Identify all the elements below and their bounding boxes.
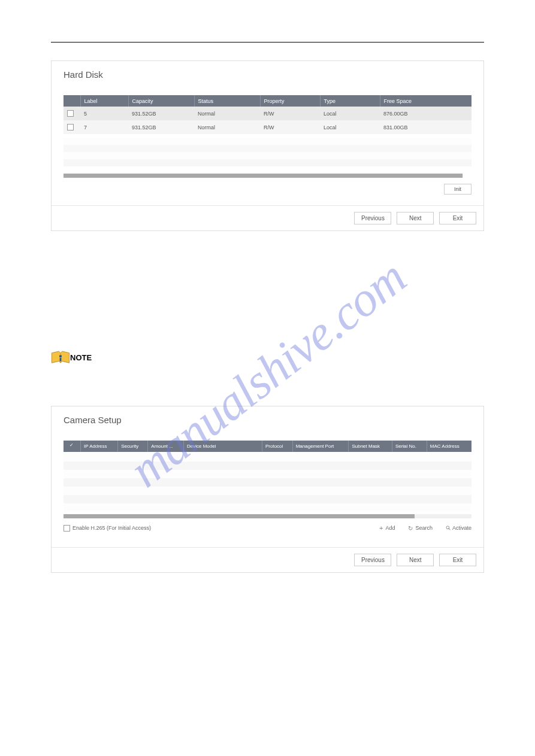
cell-property: R/W	[260, 107, 320, 120]
table-row[interactable]: 5 931.52GB Normal R/W Local 876.00GB	[64, 107, 471, 120]
svg-rect-0	[59, 356, 62, 358]
hard-disk-panel: Hard Disk Label Capacity Status Property…	[51, 60, 484, 231]
cell-type: Local	[320, 107, 380, 120]
cam-empty-stripes	[64, 453, 471, 512]
cell-capacity: 931.52GB	[128, 107, 194, 120]
cam-header-protocol: Protocol	[262, 441, 292, 452]
cell-label: 5	[80, 107, 128, 120]
search-button[interactable]: Search	[408, 525, 433, 532]
enable-h265-label: Enable H.265 (For Initial Access)	[72, 525, 151, 531]
key-icon	[446, 525, 450, 532]
cam-header-model: Device Model	[183, 441, 262, 452]
camera-setup-title: Camera Setup	[52, 406, 483, 431]
previous-button[interactable]: Previous	[354, 554, 391, 566]
hd-header-status: Status	[194, 95, 260, 107]
plus-icon	[379, 524, 383, 532]
cam-header-mgmt: Management Port	[292, 441, 349, 452]
next-button[interactable]: Next	[397, 554, 434, 566]
cell-type: Local	[320, 120, 380, 134]
row-checkbox[interactable]	[67, 124, 74, 130]
enable-h265-checkbox[interactable]: Enable H.265 (For Initial Access)	[64, 525, 151, 532]
add-button[interactable]: Add	[379, 524, 395, 532]
cell-label: 7	[80, 120, 128, 134]
exit-button[interactable]: Exit	[439, 212, 476, 224]
cam-header-security: Security	[118, 441, 148, 452]
exit-button[interactable]: Exit	[439, 554, 476, 566]
hd-header-property: Property	[260, 95, 320, 107]
note-callout: NOTE	[51, 351, 484, 364]
note-icon	[51, 351, 68, 364]
hd-header-type: Type	[320, 95, 380, 107]
cam-h-scrollbar[interactable]	[64, 514, 415, 518]
hard-disk-title: Hard Disk	[52, 61, 483, 86]
refresh-icon	[408, 525, 413, 532]
hd-header-capacity: Capacity	[128, 95, 194, 107]
cam-header-ip: IP Address	[81, 441, 118, 452]
h-scrollbar[interactable]	[64, 174, 471, 178]
cell-status: Normal	[194, 107, 260, 120]
hard-disk-table: Label Capacity Status Property Type Free…	[64, 95, 471, 134]
hd-header-checkbox[interactable]	[64, 95, 80, 107]
top-rule	[51, 42, 484, 42]
note-label: NOTE	[70, 353, 92, 362]
cam-header-amount: Amount ...	[148, 441, 184, 452]
cell-status: Normal	[194, 120, 260, 134]
hd-header-label: Label	[80, 95, 128, 107]
cell-freespace: 831.00GB	[380, 120, 471, 134]
empty-stripes	[64, 138, 471, 170]
cam-header-mac: MAC Address	[427, 441, 471, 452]
previous-button[interactable]: Previous	[354, 212, 391, 224]
cam-header-checkbox[interactable]	[64, 441, 81, 452]
camera-setup-panel: Camera Setup IP Address Security Amount …	[51, 406, 484, 573]
activate-button[interactable]: Activate	[446, 525, 471, 532]
hd-header-freespace: Free Space	[380, 95, 471, 107]
row-checkbox[interactable]	[67, 110, 74, 117]
camera-table: IP Address Security Amount ... Device Mo…	[64, 441, 471, 452]
table-row[interactable]: 7 931.52GB Normal R/W Local 831.00GB	[64, 120, 471, 134]
hd-footer: Previous Next Exit	[52, 205, 483, 230]
next-button[interactable]: Next	[397, 212, 434, 224]
svg-rect-1	[60, 358, 62, 362]
cell-freespace: 876.00GB	[380, 107, 471, 120]
cam-header-serial: Serial No.	[392, 441, 427, 452]
init-button[interactable]: Init	[444, 184, 471, 195]
cam-header-subnet: Subnet Mask	[349, 441, 392, 452]
cam-footer: Previous Next Exit	[52, 547, 483, 572]
cell-property: R/W	[260, 120, 320, 134]
cell-capacity: 931.52GB	[128, 120, 194, 134]
